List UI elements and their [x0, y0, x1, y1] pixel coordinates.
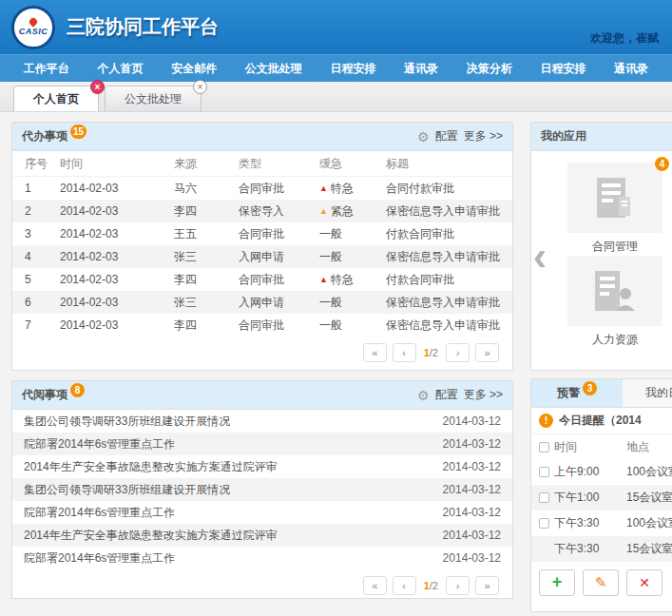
cell-seq: 1	[12, 182, 60, 195]
tab-personal-home[interactable]: 个人首页 ×	[13, 86, 99, 111]
nav-item-analysis[interactable]: 决策分析	[467, 61, 512, 77]
configure-link[interactable]: 配置	[435, 128, 458, 144]
app-tile-contract[interactable]: 4	[567, 163, 662, 233]
list-item[interactable]: 2014年生产安全事故隐患整改实施方案通过院评审 2014-03-12	[12, 524, 512, 547]
nav-item-workbench[interactable]: 工作平台	[24, 61, 69, 77]
table-row[interactable]: 4 2014-02-03 张三 入网申请 ▲一般 保密信息导入申请审批	[12, 245, 512, 268]
tab-doc-batch[interactable]: 公文批处理 ×	[105, 86, 202, 111]
select-all-checkbox[interactable]	[539, 442, 549, 452]
nav-item-docbatch[interactable]: 公文批处理	[245, 61, 302, 77]
read-list: 集团公司领导调研33所班组建设开展情况 2014-03-12 院部署2014年6…	[12, 410, 512, 569]
first-page-button[interactable]: «	[363, 343, 387, 362]
urgency-triangle-icon: ▲	[319, 206, 328, 216]
cell-source: 张三	[174, 249, 239, 265]
cell-place: 15会议室	[626, 541, 672, 557]
nav-item-schedule[interactable]: 日程安排	[330, 61, 375, 77]
next-page-button[interactable]: ›	[446, 343, 470, 362]
table-row[interactable]: 1 2014-02-03 马六 合同审批 ▲特急 合同付款审批	[12, 177, 512, 200]
list-item[interactable]: 院部署2014年6s管理重点工作 2014-03-12	[12, 501, 512, 524]
checkbox[interactable]	[539, 492, 549, 503]
schedule-table-body: 上午9:00 100会议室 下午1:00 15会议室 下午3:30 100会议室…	[531, 459, 672, 562]
casic-logo-icon: CASIC	[11, 6, 55, 49]
cell-type: 合同审批	[239, 226, 319, 242]
cell-place: 100会议室	[626, 464, 672, 480]
cell-title: 保密信息导入申请审批	[386, 318, 512, 334]
cell-time: 2014-02-03	[60, 182, 174, 195]
list-item[interactable]: 院部署2014年6s管理重点工作 2014-03-12	[12, 433, 512, 455]
delete-button[interactable]: ✕	[626, 569, 662, 596]
tab-strip: 个人首页 × 公文批处理 ×	[0, 82, 672, 112]
edit-button[interactable]: ✎	[583, 569, 619, 596]
cell-urgency: ▲特急	[319, 181, 386, 197]
main-nav: 工作平台 个人首页 安全邮件 公文批处理 日程安排 通讯录 决策分析 日程安排 …	[0, 54, 672, 82]
item-date: 2014-03-12	[443, 437, 501, 451]
table-row[interactable]: 5 2014-02-03 李四 合同审批 ▲特急 付款合同审批	[12, 268, 512, 291]
total-pages: /2	[430, 580, 438, 591]
checkbox[interactable]	[539, 467, 549, 477]
more-link[interactable]: 更多 >>	[464, 387, 503, 403]
close-tab-icon[interactable]: ×	[90, 80, 105, 94]
table-row[interactable]: 6 2014-02-03 张三 入网申请 ▲一般 保密信息导入申请审批	[12, 291, 512, 314]
nav-item-contacts-2[interactable]: 通讯录	[614, 61, 648, 77]
last-page-button[interactable]: »	[475, 576, 499, 595]
list-item[interactable]: 院部署2014年6s管理重点工作 2014-03-12	[12, 547, 512, 569]
list-item[interactable]: 2014年生产安全事故隐患整改实施方案通过院评审 2014-03-12	[12, 455, 512, 478]
list-item[interactable]: 集团公司领导调研33所班组建设开展情况 2014-03-12	[12, 410, 512, 433]
logo-text: CASIC	[19, 27, 48, 36]
tab-alerts[interactable]: 预警 3	[531, 379, 623, 407]
urgency-text: 一般	[319, 318, 342, 334]
schedule-row[interactable]: 上午9:00 100会议室	[531, 459, 672, 485]
app-header: CASIC 三院协同工作平台 欢迎您，崔赋	[0, 0, 672, 54]
today-reminder-header: ! 今日提醒（2014	[531, 408, 672, 434]
prev-page-button[interactable]: ‹	[393, 343, 416, 362]
col-time: 时间	[554, 439, 577, 455]
table-row[interactable]: 2 2014-02-03 李四 保密导入 ▲紧急 保密信息导入申请审批	[12, 200, 512, 222]
cell-type: 入网申请	[239, 295, 319, 311]
gear-icon[interactable]: ⚙	[417, 388, 430, 403]
cell-type: 保密导入	[239, 203, 319, 220]
col-type: 类型	[239, 156, 319, 172]
table-row[interactable]: 7 2014-02-03 李四 合同审批 ▲一般 保密信息导入申请审批	[12, 314, 512, 337]
prev-page-button[interactable]: ‹	[393, 576, 416, 595]
nav-item-schedule-2[interactable]: 日程安排	[540, 61, 586, 77]
urgency-text: 一般	[319, 249, 342, 265]
configure-link[interactable]: 配置	[435, 387, 458, 403]
cell-time: 2014-02-03	[60, 296, 174, 309]
nav-item-securemail[interactable]: 安全邮件	[171, 61, 217, 77]
nav-item-contacts[interactable]: 通讯录	[404, 61, 438, 77]
table-row[interactable]: 3 2014-02-03 王五 合同审批 ▲一般 付款合同审批	[12, 222, 512, 245]
app-label[interactable]: 合同管理	[567, 239, 662, 255]
item-title: 院部署2014年6s管理重点工作	[24, 550, 175, 567]
cell-time: 2014-02-03	[60, 318, 174, 332]
carousel-left-icon[interactable]: ‹	[533, 237, 547, 277]
cell-title: 付款合同审批	[386, 226, 512, 242]
schedule-row[interactable]: 下午3:30 100会议室	[531, 510, 672, 536]
app-label[interactable]: 人力资源	[567, 332, 662, 348]
tab-my-schedule[interactable]: 我的日程	[623, 379, 672, 407]
nav-item-homepage[interactable]: 个人首页	[97, 61, 143, 77]
cell-seq: 4	[12, 250, 60, 263]
panel-title: 我的应用	[541, 128, 586, 144]
schedule-row[interactable]: 下午1:00 15会议室	[531, 485, 672, 510]
app-tile-hr[interactable]	[567, 256, 662, 326]
cell-title: 合同付款审批	[386, 181, 512, 197]
cell-source: 王五	[174, 226, 239, 242]
first-page-button[interactable]: «	[363, 576, 387, 595]
last-page-button[interactable]: »	[475, 343, 499, 362]
alert-tab-bar: 预警 3 我的日程	[531, 379, 672, 408]
schedule-row[interactable]: 下午3:30 15会议室	[531, 536, 672, 562]
checkbox[interactable]	[539, 518, 549, 529]
my-apps-panel: 我的应用 ‹ 4 合同管理	[530, 122, 672, 371]
gear-icon[interactable]: ⚙	[417, 129, 430, 144]
close-tab-icon[interactable]: ×	[193, 80, 207, 94]
col-time: 时间	[60, 156, 174, 172]
urgency-text: 特急	[331, 181, 354, 197]
page-indicator: 1/2	[422, 347, 440, 358]
list-item[interactable]: 集团公司领导调研33所班组建设开展情况 2014-03-12	[12, 478, 512, 501]
urgency-text: 紧急	[331, 203, 354, 220]
next-page-button[interactable]: ›	[446, 576, 470, 595]
more-link[interactable]: 更多 >>	[464, 128, 503, 144]
urgency-text: 一般	[319, 295, 342, 311]
add-button[interactable]: +	[539, 569, 575, 596]
urgency-text: 特急	[331, 272, 354, 288]
